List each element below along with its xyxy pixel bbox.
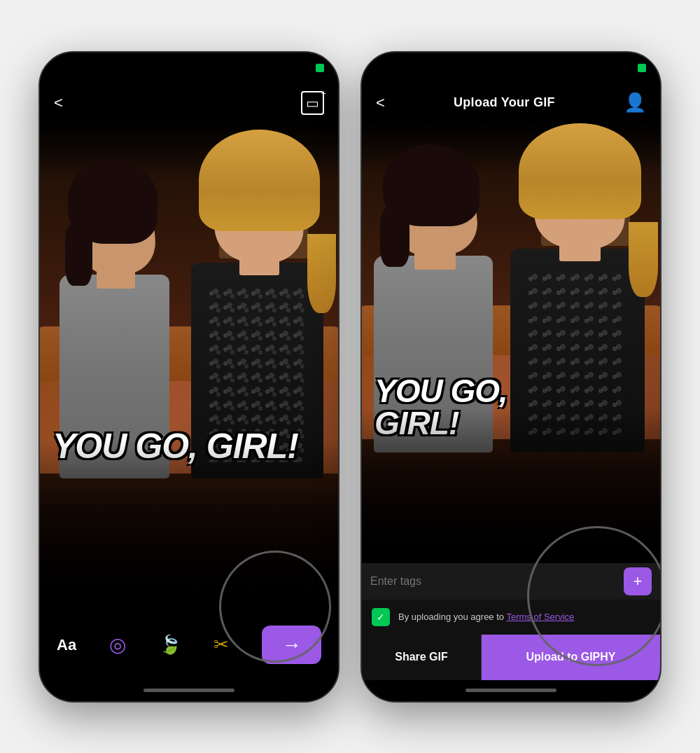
back-button-1[interactable]: < (54, 94, 63, 112)
status-bar-2 (362, 53, 660, 83)
next-button[interactable]: → (262, 626, 321, 664)
woman-left-hair-side-1 (65, 223, 92, 286)
battery-indicator-1 (316, 64, 324, 72)
share-gif-button[interactable]: Share GIF (362, 635, 482, 680)
text-tool-btn[interactable]: Aa (57, 636, 76, 654)
gif-preview-1: YOU GO, GIRL! (40, 123, 338, 610)
woman-right-hair-strand-2 (629, 222, 658, 297)
nav-bar-1: < + ▭ (40, 83, 338, 123)
dark-bottom-1 (40, 439, 338, 610)
terms-row: ✓ By uploading you agree to Terms of Ser… (362, 600, 660, 635)
terms-text: By uploading you agree to Terms of Servi… (398, 612, 574, 622)
back-button-2[interactable]: < (376, 94, 385, 112)
home-bar-1 (144, 689, 234, 692)
status-bar-1 (40, 53, 338, 83)
tags-input[interactable] (370, 575, 618, 588)
woman-right-hair-1 (199, 130, 320, 231)
sticker-tool-btn[interactable]: ◎ (109, 633, 126, 656)
home-indicator-2 (362, 680, 660, 701)
gif-preview-2: YOU GO,GIRL! (362, 123, 660, 563)
phone-frame-1: < + ▭ (38, 51, 340, 703)
tags-bar: + (362, 563, 660, 600)
woman-right-hair-strand-1 (307, 234, 336, 313)
phone-frame-2: < Upload Your GIF 👤 (360, 51, 662, 703)
home-bar-2 (465, 689, 556, 692)
home-indicator-1 (40, 680, 338, 701)
upload-to-giphy-button[interactable]: Upload to GIPHY (482, 635, 660, 680)
text-tool-icon: Aa (57, 636, 76, 654)
terms-link[interactable]: Terms of Service (506, 612, 574, 622)
leaf-tool-icon: 🍃 (159, 634, 181, 656)
woman-right-hair-2 (519, 123, 642, 219)
woman-left-hair-side-2 (380, 207, 410, 267)
nav-bar-2: < Upload Your GIF 👤 (362, 83, 660, 123)
leaf-tool-btn[interactable]: 🍃 (159, 634, 181, 656)
sticker-tool-icon: ◎ (109, 633, 126, 656)
dark-bottom-2 (362, 408, 660, 562)
scissors-tool-icon: ✂ (214, 634, 229, 656)
battery-indicator-2 (638, 64, 646, 72)
action-buttons: Share GIF Upload to GIPHY (362, 635, 660, 680)
scissors-tool-btn[interactable]: ✂ (214, 634, 229, 656)
tags-add-button[interactable]: + (624, 567, 652, 595)
terms-checkbox[interactable]: ✓ (372, 608, 390, 626)
profile-icon[interactable]: 👤 (624, 92, 646, 113)
crop-icon-1[interactable]: + ▭ (301, 91, 324, 115)
page-title: Upload Your GIF (454, 95, 555, 110)
toolbar-1: Aa ◎ 🍃 ✂ → (40, 610, 338, 680)
next-arrow-icon: → (282, 634, 302, 656)
